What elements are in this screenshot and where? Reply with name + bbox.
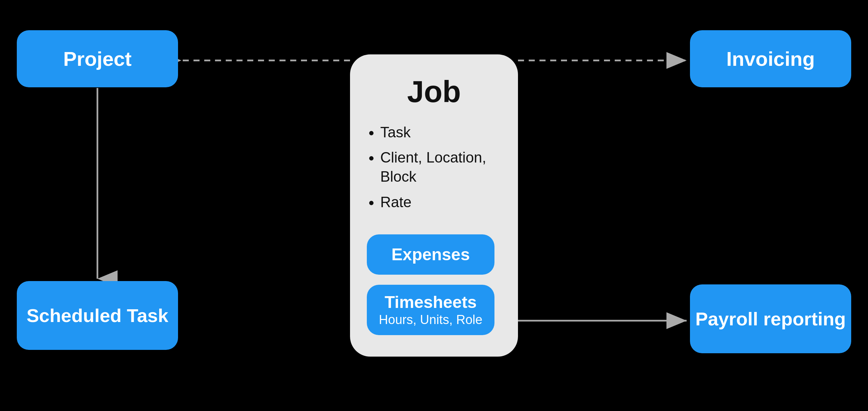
bullet-rate: Rate [380,192,501,212]
timesheets-box: Timesheets Hours, Units, Role [367,285,494,335]
bullet-task: Task [380,123,501,142]
job-bullet-list: Task Client, Location, Block Rate [367,123,501,218]
job-card: Job Task Client, Location, Block Rate Ex… [350,54,518,357]
expenses-box: Expenses [367,234,494,275]
diagram-container: Job Task Client, Location, Block Rate Ex… [0,0,868,411]
timesheets-sub: Hours, Units, Role [379,312,483,328]
payroll-box: Payroll reporting [690,284,851,353]
invoicing-box: Invoicing [690,30,851,87]
job-title: Job [367,74,501,109]
project-box: Project [17,30,178,87]
timesheets-title: Timesheets [384,292,477,312]
scheduled-task-box: Scheduled Task [17,281,178,350]
bullet-client: Client, Location, Block [380,148,501,186]
